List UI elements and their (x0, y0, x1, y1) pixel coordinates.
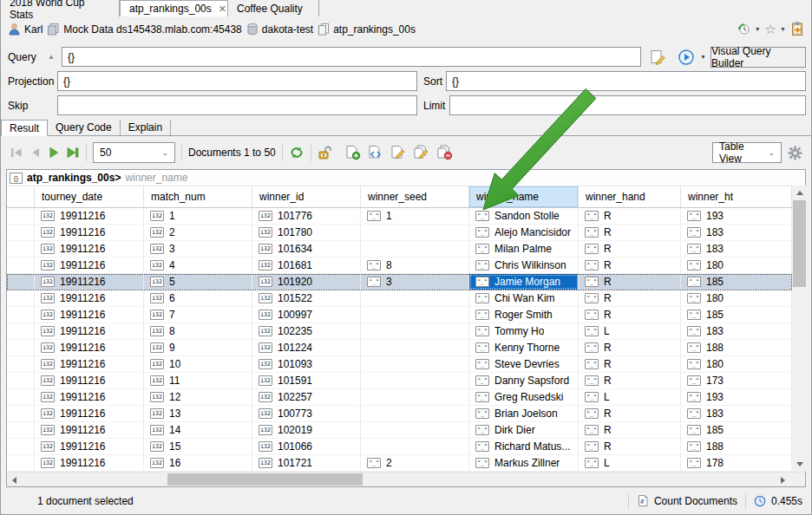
table-cell[interactable]: i3214 (144, 422, 252, 438)
table-cell[interactable]: i32101681 (252, 258, 361, 273)
collection-breadcrumb[interactable]: atp_rankings_00s (318, 23, 416, 36)
user-breadcrumb[interactable]: Karl (8, 23, 43, 36)
table-cell[interactable]: "_"180 (681, 258, 792, 273)
table-cell[interactable]: i32102019 (252, 422, 361, 438)
table-cell[interactable]: i3219911216 (35, 389, 144, 405)
chevron-down-icon[interactable]: ▼ (700, 54, 706, 60)
table-cell[interactable]: i326 (144, 290, 252, 306)
table-cell[interactable]: "_"183 (681, 241, 792, 257)
row-handle[interactable] (7, 307, 35, 323)
open-query-editor-button[interactable] (650, 49, 665, 65)
table-cell[interactable]: "_"L (579, 455, 681, 471)
table-cell[interactable] (361, 389, 469, 405)
table-cell[interactable]: i32100773 (252, 406, 361, 421)
row-handle[interactable] (7, 373, 35, 388)
column-header-rowhead[interactable] (7, 186, 35, 207)
table-cell[interactable]: i32101776 (252, 208, 361, 224)
skip-input[interactable] (57, 95, 417, 115)
table-cell[interactable]: i32102235 (252, 323, 361, 339)
table-cell[interactable]: "_"183 (681, 323, 792, 339)
table-cell[interactable]: "_"185 (681, 422, 792, 438)
table-cell[interactable]: i3219911216 (35, 323, 144, 339)
column-header-tourney_date[interactable]: tourney_date (35, 186, 144, 207)
table-cell[interactable] (361, 356, 469, 372)
scroll-down-button[interactable] (792, 457, 807, 472)
table-cell[interactable]: i3216 (144, 455, 252, 471)
table-cell[interactable]: i32101634 (252, 241, 361, 257)
multi-edit-documents-button[interactable] (412, 145, 429, 160)
table-cell[interactable]: "_"185 (681, 274, 792, 290)
table-cell[interactable]: "_"188 (681, 340, 792, 355)
table-cell[interactable]: i3219911216 (35, 373, 144, 388)
next-page-button[interactable] (48, 147, 60, 159)
table-cell[interactable]: i3219911216 (35, 340, 144, 355)
vertical-scrollbar[interactable] (792, 186, 807, 472)
table-cell[interactable]: "_"Jamie Morgan (469, 274, 579, 290)
row-handle[interactable] (7, 274, 35, 290)
table-cell[interactable]: "_"2 (361, 455, 469, 471)
table-cell[interactable] (361, 307, 469, 323)
table-cell[interactable]: i3219911216 (35, 455, 144, 471)
table-cell[interactable] (361, 373, 469, 388)
database-breadcrumb[interactable]: dakota-test (246, 23, 313, 36)
query-input[interactable] (62, 47, 641, 67)
table-cell[interactable]: "_"Kenny Thorne (469, 340, 579, 355)
table-cell[interactable]: i323 (144, 241, 252, 257)
page-size-select[interactable]: 50 ⌄ (93, 142, 175, 163)
table-cell[interactable]: "_"R (579, 373, 681, 388)
table-cell[interactable] (361, 340, 469, 355)
row-handle[interactable] (7, 439, 35, 454)
table-cell[interactable]: "_"Sandon Stolle (469, 208, 579, 224)
table-cell[interactable]: i325 (144, 274, 252, 290)
table-cell[interactable]: "_"R (579, 208, 681, 224)
table-cell[interactable]: i3212 (144, 389, 252, 405)
table-cell[interactable]: i322 (144, 225, 252, 240)
row-handle[interactable] (7, 225, 35, 240)
table-cell[interactable]: "_"188 (681, 439, 792, 454)
tab-explain[interactable]: Explain (121, 120, 171, 135)
previous-page-button[interactable] (29, 147, 42, 159)
table-cell[interactable]: "_"Roger Smith (469, 307, 579, 323)
row-handle[interactable] (7, 290, 35, 306)
table-cell[interactable]: "_"Danny Sapsford (469, 373, 579, 388)
row-handle[interactable] (7, 455, 35, 471)
table-cell[interactable]: "_"183 (681, 406, 792, 421)
scroll-left-button[interactable] (7, 473, 22, 487)
table-cell[interactable]: i3219911216 (35, 439, 144, 454)
table-cell[interactable]: i328 (144, 323, 252, 339)
table-cell[interactable]: i32101591 (252, 373, 361, 388)
scroll-right-button[interactable] (776, 473, 790, 487)
table-cell[interactable]: "_"Steve Devries (469, 356, 579, 372)
tab-result[interactable]: Result (1, 120, 48, 136)
column-header-winner_name[interactable]: winner_name (469, 186, 579, 207)
add-document-button[interactable] (344, 145, 361, 160)
table-cell[interactable]: "_"R (579, 406, 681, 421)
table-cell[interactable]: "_"Brian Joelson (469, 406, 579, 421)
row-handle[interactable] (7, 323, 35, 339)
column-header-match_num[interactable]: match_num (144, 186, 252, 207)
table-cell[interactable]: "_"Chris Wilkinson (469, 258, 579, 273)
run-query-button[interactable] (678, 49, 695, 66)
table-cell[interactable]: "_"8 (361, 258, 469, 273)
paste-query-button[interactable] (790, 22, 804, 36)
visual-query-builder-button[interactable]: Visual Query Builder (710, 47, 806, 68)
table-cell[interactable]: "_"Richard Matus... (469, 439, 579, 454)
table-cell[interactable]: "_"R (579, 274, 681, 290)
table-cell[interactable]: "_"R (579, 225, 681, 240)
table-cell[interactable]: i32101920 (252, 274, 361, 290)
query-history-button[interactable]: ▼ (737, 22, 761, 36)
table-cell[interactable]: i32101780 (252, 225, 361, 240)
projection-input[interactable] (57, 71, 417, 91)
unlock-editing-button[interactable] (318, 146, 333, 160)
delete-documents-button[interactable] (435, 145, 453, 160)
row-handle[interactable] (7, 406, 35, 421)
table-cell[interactable]: i32100997 (252, 307, 361, 323)
table-cell[interactable]: "_"Chi Wan Kim (469, 290, 579, 306)
favorites-button[interactable]: ☆ ▼ (765, 23, 786, 36)
table-cell[interactable]: "_"R (579, 340, 681, 355)
table-cell[interactable]: "_"1 (361, 208, 469, 224)
horizontal-scrollbar-thumb[interactable] (167, 473, 363, 486)
table-cell[interactable]: "_"185 (681, 307, 792, 323)
table-cell[interactable]: i3219911216 (35, 406, 144, 421)
row-handle[interactable] (7, 340, 35, 355)
